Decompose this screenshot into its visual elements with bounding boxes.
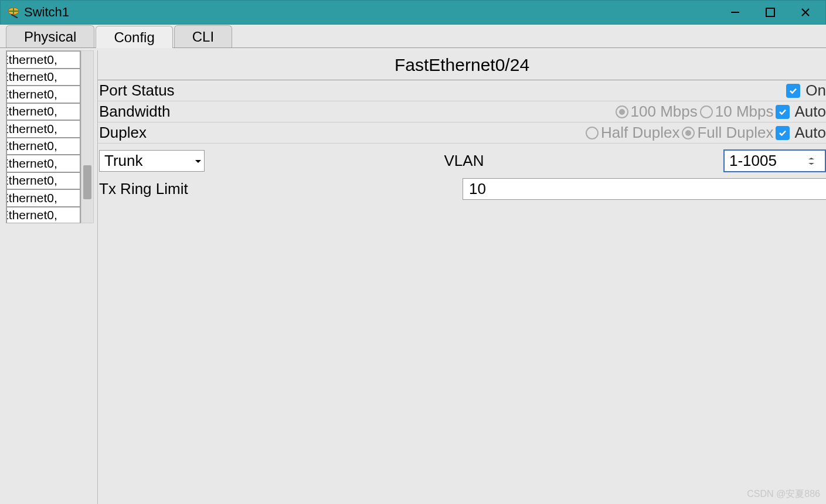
bandwidth-label: Bandwidth — [99, 103, 614, 121]
maximize-button[interactable] — [753, 0, 788, 25]
tab-cli[interactable]: CLI — [174, 25, 232, 47]
port-mode-select[interactable]: Trunk — [99, 150, 205, 172]
bandwidth-auto-checkbox[interactable] — [776, 105, 790, 119]
vlan-value: 1-1005 — [729, 152, 777, 170]
duplex-full-radio[interactable] — [681, 126, 695, 140]
window-title: Switch1 — [24, 5, 718, 20]
tab-physical[interactable]: Physical — [6, 25, 94, 47]
duplex-label: Duplex — [99, 124, 584, 142]
port-status-label: Port Status — [99, 81, 786, 100]
interface-item[interactable]: tEthernet0, — [6, 155, 80, 172]
interface-item[interactable]: tEthernet0, — [6, 138, 80, 155]
bandwidth-row: Bandwidth 100 Mbps 10 Mbps Auto — [98, 101, 826, 122]
bandwidth-100-radio[interactable] — [615, 105, 629, 119]
vlan-label: VLAN — [444, 152, 484, 170]
interface-sidebar: tEthernet0, tEthernet0, tEthernet0, tEth… — [6, 50, 94, 223]
minimize-button[interactable] — [718, 0, 753, 25]
tab-config[interactable]: Config — [96, 26, 172, 48]
interface-item[interactable]: tEthernet0, — [6, 189, 80, 207]
close-button[interactable] — [788, 0, 823, 25]
port-status-on-label: On — [805, 81, 826, 100]
vlan-row: Trunk VLAN 1-1005 — [98, 144, 826, 172]
duplex-row: Duplex Half Duplex Full Duplex Auto — [98, 122, 826, 144]
tab-bar: Physical Config CLI — [0, 25, 826, 48]
bandwidth-10-radio[interactable] — [699, 105, 713, 119]
interface-list: tEthernet0, tEthernet0, tEthernet0, tEth… — [6, 50, 81, 223]
titlebar: Switch1 — [0, 0, 826, 25]
bandwidth-auto-label: Auto — [795, 103, 827, 121]
duplex-half-radio[interactable] — [585, 126, 599, 140]
scrollbar-thumb[interactable] — [83, 165, 91, 199]
app-icon — [6, 5, 21, 19]
content-area: tEthernet0, tEthernet0, tEthernet0, tEth… — [0, 48, 826, 504]
interface-item[interactable]: tEthernet0, — [6, 172, 80, 190]
watermark: CSDN @安夏886 — [747, 488, 820, 500]
duplex-auto-label: Auto — [795, 124, 827, 142]
interface-item[interactable]: tEthernet0, — [6, 207, 80, 224]
duplex-auto-checkbox[interactable] — [776, 126, 790, 140]
main-panel: FastEthernet0/24 Port Status On Bandwidt… — [97, 50, 826, 504]
panel-title: FastEthernet0/24 — [98, 50, 826, 80]
duplex-half-label: Half Duplex — [601, 124, 679, 142]
tx-ring-row: Tx Ring Limit — [98, 172, 826, 200]
port-status-checkbox[interactable] — [786, 84, 800, 98]
port-status-row: Port Status On — [98, 80, 826, 101]
interface-item[interactable]: tEthernet0, — [6, 103, 80, 121]
interface-item[interactable]: tEthernet0, — [6, 51, 80, 69]
tx-ring-label: Tx Ring Limit — [99, 180, 463, 198]
bandwidth-10-label: 10 Mbps — [715, 103, 774, 121]
tx-ring-input[interactable] — [463, 178, 826, 200]
interface-item[interactable]: tEthernet0, — [6, 69, 80, 86]
interface-item[interactable]: tEthernet0, — [6, 120, 80, 138]
svg-rect-1 — [766, 8, 774, 16]
bandwidth-100-label: 100 Mbps — [631, 103, 698, 121]
duplex-full-label: Full Duplex — [697, 124, 773, 142]
interface-item[interactable]: tEthernet0, — [6, 86, 80, 103]
sidebar-scrollbar[interactable] — [81, 50, 94, 223]
vlan-select[interactable]: 1-1005 — [723, 149, 826, 172]
